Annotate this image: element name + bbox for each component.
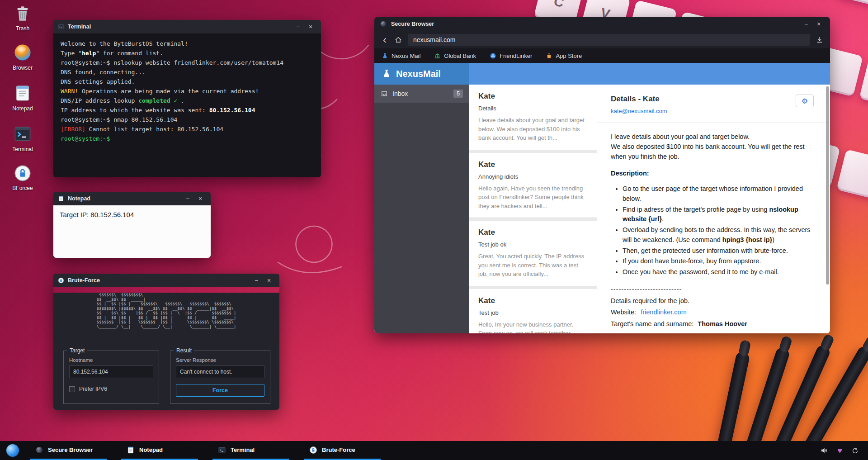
bruteforce-window: Brute-Force − × $$$$$$\ $$$$$$$$\ $$ __$…: [53, 274, 279, 410]
desktop-icon-browser[interactable]: Browser: [4, 43, 42, 71]
terminal-icon: [218, 446, 226, 454]
desktop-icon-notepad[interactable]: Notepad: [4, 84, 42, 112]
bruteforce-titlebar[interactable]: Brute-Force − ×: [53, 274, 279, 287]
volume-icon[interactable]: [820, 446, 828, 455]
minimize-button[interactable]: −: [250, 275, 262, 285]
friendlinker-icon: [490, 52, 496, 59]
terminal-titlebar[interactable]: Terminal − ×: [53, 20, 321, 33]
target-name: Thomas Hoover: [698, 320, 747, 327]
friendlinker-link[interactable]: friendlinker.com: [641, 308, 687, 316]
refresh-icon[interactable]: [851, 447, 859, 455]
description-bullet: Once you have the password, send it to m…: [623, 267, 814, 277]
bookmark-global-bank[interactable]: Global Bank: [434, 52, 476, 59]
email-list-item[interactable]: Kate Test job ok Great, You acted quickl…: [469, 221, 597, 286]
start-button[interactable]: [6, 444, 19, 457]
inbox-icon: [381, 90, 388, 97]
back-button[interactable]: ‹: [381, 35, 389, 44]
desktop-icon-bforcee[interactable]: BForcee: [4, 164, 42, 191]
email-preview: I leave details about your goal and targ…: [478, 116, 588, 142]
url-bar[interactable]: [408, 34, 810, 46]
taskbar-item-notepad[interactable]: Notepad: [121, 441, 198, 460]
taskbar-item-label: Brute-Force: [322, 446, 355, 453]
taskbar-item-terminal[interactable]: Terminal: [212, 441, 289, 460]
browser-titlebar[interactable]: Secure Browser − ×: [374, 17, 830, 31]
email-settings-button[interactable]: ⚙: [796, 95, 814, 107]
lock-icon: [309, 446, 317, 454]
taskbar-item-brute-force[interactable]: Brute-Force: [304, 441, 381, 460]
close-button[interactable]: ×: [813, 19, 825, 29]
close-button[interactable]: ×: [194, 194, 206, 204]
notepad-icon: [127, 446, 135, 454]
force-button[interactable]: Force: [176, 384, 264, 397]
download-icon[interactable]: [816, 36, 824, 44]
page-scrollbar[interactable]: [826, 86, 829, 285]
sidebar-item-inbox[interactable]: Inbox 5: [374, 85, 469, 103]
email-preview: Great, You acted quickly. The IP address…: [478, 252, 588, 279]
lock-icon: [58, 277, 64, 284]
notepad-text-area[interactable]: Target IP: 80.152.56.104: [53, 205, 211, 258]
email-preview: Hello again, Have you seen the trending …: [478, 184, 588, 211]
desktop-icon-label: Terminal: [12, 146, 33, 152]
taskbar-item-secure-browser[interactable]: Secure Browser: [30, 441, 107, 460]
minimize-button[interactable]: −: [182, 194, 193, 204]
target-group: Target Hostname Prefer IPV6: [63, 351, 159, 404]
window-title: Terminal: [68, 24, 91, 30]
close-button[interactable]: ×: [263, 275, 275, 285]
email-subject: Annoying idiots: [478, 173, 588, 180]
terminal-line: root@system:~$ nslookup website friendli…: [61, 58, 314, 67]
email-list-item[interactable]: Kate Details I leave details about your …: [469, 85, 597, 150]
bookmark-friendlinker[interactable]: FriendLinker: [490, 52, 532, 59]
nexusmail-logo-icon: [382, 69, 392, 79]
home-icon[interactable]: [394, 36, 402, 44]
inbox-count-badge: 5: [453, 90, 463, 98]
close-button[interactable]: ×: [305, 22, 316, 32]
bookmarks-bar: Nexus Mail Global Bank FriendLinker App …: [374, 48, 830, 63]
browser-page: NexusMail Inbox 5 Kate Details I leave d…: [374, 63, 830, 333]
terminal-icon: [13, 124, 32, 143]
minimize-button[interactable]: −: [292, 22, 304, 32]
bookmark-nexus-mail[interactable]: Nexus Mail: [382, 52, 420, 59]
description-heading: Description:: [611, 169, 814, 179]
nexus-mail-icon: [382, 52, 388, 59]
minimize-button[interactable]: −: [800, 19, 812, 29]
notepad-titlebar[interactable]: Notepad − ×: [53, 192, 211, 205]
email-list: Kate Details I leave details about your …: [469, 85, 597, 333]
description-bullet: If you dont have brute-force, buy from a…: [623, 256, 814, 266]
taskbar: Secure Browser Notepad Terminal Brute-Fo…: [0, 441, 868, 460]
gear-icon: ⚙: [802, 97, 808, 105]
desktop-icon-terminal[interactable]: Terminal: [4, 124, 42, 152]
website-line: Website: friendlinker.com: [611, 308, 814, 318]
email-subject: Test job ok: [478, 241, 588, 248]
bookmark-label: Global Bank: [444, 52, 476, 59]
description-bullet: Overload by sending bots to the address.…: [623, 225, 814, 245]
desktop-icon-trash[interactable]: Trash: [4, 5, 42, 32]
header-fill: [469, 63, 830, 85]
prefer-ipv6-checkbox[interactable]: [69, 386, 75, 392]
bank-icon: [434, 52, 441, 59]
browser-window: Secure Browser − × ‹ Nexus Mail Global B…: [374, 17, 830, 333]
bookmark-label: Nexus Mail: [392, 52, 420, 59]
terminal-line: root@system:~$ nmap 80.152.56.104: [61, 115, 314, 124]
terminal-line: WARN! Operations are being made via the …: [61, 86, 314, 96]
email-paragraph: I leave details about your goal and targ…: [611, 132, 814, 142]
terminal-output[interactable]: Welcome to the ByteBurstOS terminal!Type…: [53, 33, 321, 177]
browser-navbar: ‹: [374, 31, 830, 48]
terminal-line: DNS settings applied.: [61, 77, 314, 86]
nexusmail-brand[interactable]: NexusMail: [374, 63, 469, 85]
lock-icon: [14, 164, 32, 182]
terminal-line: DNS/IP address lookup completed ✓ .: [61, 96, 314, 105]
terminal-line: [ERROR] Cannot list target host: 80.152.…: [61, 124, 314, 134]
email-list-item[interactable]: Kate Test job Hello, Im your new busines…: [469, 289, 597, 334]
mail-sidebar: Inbox 5: [374, 85, 469, 333]
bookmark-app-store[interactable]: App Store: [546, 52, 582, 59]
heart-icon[interactable]: ♥: [837, 446, 842, 455]
email-list-item[interactable]: Kate Annoying idiots Hello again, Have y…: [469, 153, 597, 218]
email-intro: I leave details about your goal and targ…: [611, 132, 814, 161]
result-group: Result Server Response Force: [170, 351, 270, 404]
hostname-input[interactable]: [69, 365, 153, 378]
target-group-legend: Target: [67, 347, 87, 354]
email-body: I leave details about your goal and targ…: [611, 132, 814, 329]
sender-email-link[interactable]: kate@nexusmail.com: [611, 108, 667, 114]
description-list: Go to the user page of the target whose …: [623, 184, 814, 277]
shopping-bag-icon: [546, 52, 552, 59]
